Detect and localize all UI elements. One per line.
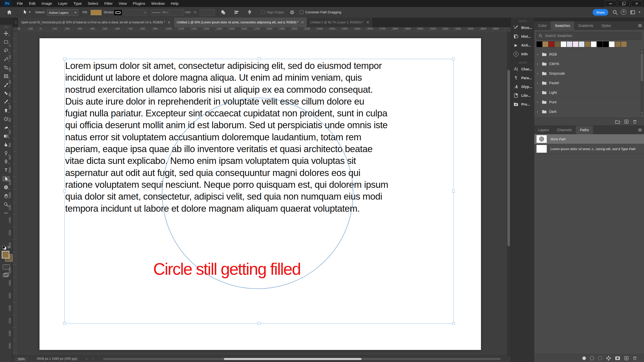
scrollbar-thumb[interactable] xyxy=(224,358,361,360)
path-thumbnail[interactable] xyxy=(536,145,547,153)
transform-handle[interactable] xyxy=(63,322,66,325)
swatch-search-field[interactable] xyxy=(536,32,641,39)
transform-handle[interactable] xyxy=(63,58,66,60)
restore-icon[interactable] xyxy=(618,1,629,7)
transform-handle[interactable] xyxy=(258,58,260,60)
stroke-width-dropdown[interactable] xyxy=(124,9,148,16)
status-chevron-icon[interactable]: › xyxy=(86,357,87,361)
height-input[interactable] xyxy=(200,9,215,16)
gear-icon[interactable] xyxy=(289,10,295,15)
menu-item[interactable]: Plugins xyxy=(130,0,148,7)
chevron-right-icon[interactable] xyxy=(537,81,539,85)
color-swatch[interactable] xyxy=(585,41,591,47)
swatch-group-row[interactable]: Dark xyxy=(534,107,644,115)
panel-button-info[interactable]: i Info xyxy=(511,50,535,58)
horizontal-scrollbar[interactable] xyxy=(103,358,501,360)
home-icon[interactable] xyxy=(7,10,12,15)
panel-button-actions[interactable]: Acti... xyxy=(511,41,535,50)
menu-item[interactable]: Help xyxy=(168,0,181,7)
tab-channels[interactable]: Channels xyxy=(553,126,576,134)
close-tab-icon[interactable]: ✕ xyxy=(301,20,304,24)
toolbox-drag-handle[interactable] xyxy=(4,26,9,28)
swatch-group-row[interactable]: Pastel xyxy=(534,78,644,88)
more-tools-icon[interactable] xyxy=(2,210,10,216)
color-swatch[interactable] xyxy=(609,41,615,47)
color-swatch[interactable] xyxy=(603,41,609,47)
constrain-path-dragging-checkbox[interactable]: Constrain Path Dragging xyxy=(300,10,341,14)
tab-color[interactable]: Color xyxy=(534,21,551,30)
chevron-right-icon[interactable] xyxy=(537,52,539,56)
select-mode-dropdown[interactable]: Active Layers xyxy=(47,9,78,16)
close-tab-icon[interactable]: ✕ xyxy=(366,20,369,24)
align-icon[interactable] xyxy=(234,10,239,15)
transform-handle[interactable] xyxy=(452,190,455,193)
color-swatch[interactable] xyxy=(567,41,573,47)
color-swatch[interactable] xyxy=(554,41,560,47)
panel-button-brushes[interactable]: Brus... xyxy=(511,23,535,32)
transform-handle[interactable] xyxy=(452,322,455,325)
panel-menu-icon[interactable] xyxy=(638,128,642,132)
add-swatch-icon[interactable] xyxy=(624,119,629,124)
chevron-right-icon[interactable] xyxy=(537,71,539,75)
chevron-right-icon[interactable] xyxy=(537,62,539,66)
menu-item[interactable]: Filter xyxy=(102,0,115,7)
panel-button-glyphs[interactable]: Glyp... xyxy=(511,82,535,91)
menu-item[interactable]: Select xyxy=(85,0,101,7)
stroke-path-icon[interactable] xyxy=(590,356,594,360)
swatch-group-row[interactable]: Light xyxy=(534,88,644,97)
menu-item[interactable]: Image xyxy=(39,0,55,7)
color-swatch[interactable] xyxy=(560,41,567,47)
menu-item[interactable]: Window xyxy=(148,0,167,7)
layer-arrange-icon[interactable] xyxy=(220,10,226,15)
new-path-icon[interactable] xyxy=(624,356,629,360)
help-icon[interactable]: ? xyxy=(621,9,626,15)
status-chevron-icon[interactable]: ‹ xyxy=(93,357,94,361)
strip-drag-handle[interactable] xyxy=(518,62,527,64)
checkbox-icon[interactable] xyxy=(261,10,265,14)
color-swatch[interactable] xyxy=(536,41,542,47)
fill-color-swatch[interactable] xyxy=(91,10,102,15)
scrollbar-thumb[interactable] xyxy=(507,70,510,246)
close-tab-icon[interactable]: ✕ xyxy=(168,20,171,24)
make-work-path-icon[interactable] xyxy=(606,356,611,361)
color-swatch[interactable] xyxy=(597,41,603,47)
move-tool[interactable] xyxy=(2,31,10,36)
stroke-color-swatch[interactable] xyxy=(114,9,122,16)
screen-mode-icon[interactable] xyxy=(3,273,9,278)
transform-handle[interactable] xyxy=(258,322,260,325)
chevron-right-icon[interactable] xyxy=(537,90,539,95)
chevron-down-icon[interactable] xyxy=(638,12,640,13)
menu-item[interactable]: Layer xyxy=(55,0,70,7)
tab-layers[interactable]: Layers xyxy=(534,126,553,134)
canvas-viewport[interactable]: Lorem ipsum dolor sit amet, consectetur … xyxy=(17,32,511,355)
search-swatches-input[interactable] xyxy=(544,33,639,38)
panel-button-properties[interactable]: Pro... xyxy=(511,100,535,109)
minimize-icon[interactable] xyxy=(605,1,616,7)
width-input[interactable] xyxy=(169,9,184,16)
panel-menu-icon[interactable] xyxy=(638,24,642,27)
tab-paths[interactable]: Paths xyxy=(576,126,593,134)
path-selection-tool-icon[interactable] xyxy=(22,10,31,15)
frame-tool[interactable] xyxy=(2,73,10,79)
ellipse-shape-tool[interactable] xyxy=(2,185,10,190)
panel-button-paragraph[interactable]: Para... xyxy=(511,73,535,82)
trash-icon[interactable] xyxy=(633,356,637,360)
swatch-group-row[interactable]: RGB xyxy=(534,50,644,59)
fill-path-icon[interactable] xyxy=(582,356,586,360)
default-colors-icon[interactable] xyxy=(2,246,6,249)
close-icon[interactable] xyxy=(631,1,642,7)
zoom-level-field[interactable]: 50% xyxy=(15,356,28,362)
panel-button-libraries[interactable]: Libr... xyxy=(511,91,535,100)
tab-bar-drag-handle[interactable] xyxy=(15,21,17,24)
path-thumbnail[interactable] xyxy=(536,135,547,143)
color-swatch[interactable] xyxy=(615,41,621,47)
menu-item[interactable]: File xyxy=(14,0,26,7)
color-swatch[interactable] xyxy=(579,41,585,47)
color-swatch[interactable] xyxy=(573,41,579,47)
color-swatch[interactable] xyxy=(542,41,548,47)
tab-gradients[interactable]: Gradients xyxy=(574,21,597,30)
lasso-tool[interactable] xyxy=(2,48,10,53)
document-tab-active[interactable]: Untitled-1 @ 50% (Lorem ipsum dolor sit … xyxy=(174,18,307,27)
link-dimensions-icon[interactable] xyxy=(185,10,191,14)
share-button[interactable]: Share xyxy=(593,9,608,16)
